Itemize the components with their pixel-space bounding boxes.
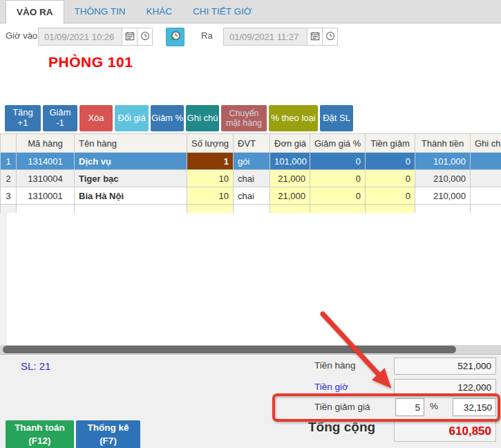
- checkin-datetime-input[interactable]: [38, 28, 122, 46]
- cell-discount-amount[interactable]: 0: [366, 170, 415, 187]
- row-number: 1: [1, 153, 17, 170]
- grid-header-row: Mã hàng Tên hàng Số lượng ĐVT Đơn giá Gi…: [1, 134, 501, 153]
- checkin-checkout-row: Giờ vào Ra: [0, 26, 501, 47]
- statistics-button-label: Thống kê: [88, 422, 129, 433]
- col-ten-hang[interactable]: Tên hàng: [75, 134, 187, 153]
- percent-by-type-button[interactable]: % theo loại: [269, 105, 318, 131]
- cell-discount-amount[interactable]: 0: [366, 153, 415, 170]
- table-row[interactable]: 3 1310001 Bia Hà Nội 10 chai 21,000 0 0 …: [1, 187, 501, 205]
- checkin-datetime-group: [38, 28, 153, 46]
- cell-name[interactable]: Tiger bạc: [75, 170, 187, 187]
- cell-unit[interactable]: chai: [234, 170, 270, 187]
- tab-khac[interactable]: KHÁC: [136, 0, 183, 23]
- cell-unit[interactable]: chai: [234, 187, 270, 205]
- cell-note[interactable]: [471, 153, 501, 170]
- col-so-luong[interactable]: Số lượng: [187, 134, 234, 153]
- cell-total[interactable]: 101,000: [415, 153, 471, 170]
- clock-icon: [325, 31, 335, 43]
- grand-total-value: 610,850: [394, 420, 496, 442]
- cell-total[interactable]: 210,000: [415, 187, 471, 205]
- col-don-gia[interactable]: Đơn giá: [270, 134, 310, 153]
- table-row-empty: [1, 205, 501, 214]
- cell-discount-pct[interactable]: 0: [310, 153, 366, 170]
- increase-qty-button[interactable]: Tăng +1: [5, 105, 41, 131]
- decrease-qty-button[interactable]: Giảm -1: [43, 105, 77, 131]
- goods-amount-label: Tiền hàng: [314, 360, 356, 371]
- time-amount-link[interactable]: Tiền giờ: [314, 382, 348, 392]
- pos-window: VÀO RA THÔNG TIN KHÁC CHI TIẾT GIỜ Giờ v…: [0, 0, 501, 448]
- cell-note[interactable]: [471, 187, 501, 205]
- set-time-now-button[interactable]: [166, 28, 185, 46]
- transfer-item-button[interactable]: Chuyển mặt hàng: [221, 105, 267, 131]
- cell-code[interactable]: 1310004: [17, 170, 75, 187]
- discount-label: Tiền giảm giá: [314, 402, 370, 412]
- tab-chi-tiet-gio[interactable]: CHI TIẾT GIỜ: [182, 0, 262, 23]
- set-quantity-button[interactable]: Đặt SL: [320, 105, 353, 131]
- cell-qty[interactable]: 1: [187, 153, 234, 170]
- tab-bar: VÀO RA THÔNG TIN KHÁC CHI TIẾT GIỜ: [0, 0, 501, 24]
- pay-button-label: Thanh toán: [15, 422, 65, 433]
- col-ghi-chu[interactable]: Ghi chú: [471, 134, 501, 153]
- summary-panel: SL: 21 Tiền hàng 521,000 Tiền giờ 122,00…: [0, 354, 501, 448]
- row-number: 3: [1, 187, 17, 205]
- cell-price[interactable]: 21,000: [270, 170, 310, 187]
- cell-price[interactable]: 101,000: [270, 153, 310, 170]
- room-title: PHÒNG 101: [48, 54, 133, 71]
- cell-code[interactable]: 1314001: [17, 153, 75, 170]
- statistics-button-key: (F7): [100, 436, 117, 446]
- cell-note[interactable]: [471, 170, 501, 187]
- cell-qty[interactable]: 10: [187, 170, 234, 187]
- col-giam-gia-pct[interactable]: Giảm giá %: [310, 134, 366, 153]
- percent-sign: %: [430, 401, 438, 411]
- horizontal-scrollbar[interactable]: [0, 345, 501, 354]
- statistics-button[interactable]: Thống kê (F7): [76, 420, 140, 448]
- clock-with-arrow-icon: [169, 30, 181, 44]
- calendar-icon: [125, 31, 135, 43]
- checkin-label: Giờ vào: [6, 30, 37, 41]
- cell-name[interactable]: Bia Hà Nội: [75, 187, 187, 205]
- pay-button-key: (F12): [28, 436, 50, 446]
- tab-thong-tin[interactable]: THÔNG TIN: [64, 0, 136, 23]
- col-dvt[interactable]: ĐVT: [234, 134, 270, 153]
- cell-qty[interactable]: 10: [187, 187, 234, 205]
- checkout-time-button[interactable]: [323, 28, 338, 46]
- clock-icon: [140, 31, 150, 43]
- delete-button[interactable]: Xóa: [79, 105, 113, 131]
- discount-percent-button[interactable]: Giảm %: [151, 105, 184, 131]
- grid-left-gutter: [0, 213, 6, 345]
- col-thanh-tien[interactable]: Thành tiền: [415, 134, 471, 153]
- cell-discount-amount[interactable]: 0: [366, 187, 415, 205]
- time-amount-value: 122,000: [394, 379, 496, 396]
- cell-total[interactable]: 210,000: [415, 170, 471, 187]
- total-quantity-label: SL: 21: [21, 360, 50, 372]
- cell-unit[interactable]: gói: [234, 153, 270, 170]
- col-rownum: [1, 134, 17, 153]
- note-button[interactable]: Ghi chú: [186, 105, 219, 131]
- cell-name[interactable]: Dịch vụ: [75, 153, 187, 170]
- cell-discount-pct[interactable]: 0: [310, 187, 366, 205]
- checkin-time-button[interactable]: [138, 28, 153, 46]
- checkout-datetime-input[interactable]: [223, 28, 308, 46]
- checkout-label: Ra: [201, 30, 213, 41]
- change-price-button[interactable]: Đổi giá: [115, 105, 149, 131]
- table-row[interactable]: 2 1310004 Tiger bạc 10 chai 21,000 0 0 2…: [1, 170, 501, 187]
- cell-price[interactable]: 21,000: [270, 187, 310, 205]
- grid-toolbar: Tăng +1 Giảm -1 Xóa Đổi giá Giảm % Ghi c…: [5, 105, 353, 131]
- cell-code[interactable]: 1310001: [17, 187, 75, 205]
- items-grid: Mã hàng Tên hàng Số lượng ĐVT Đơn giá Gi…: [0, 133, 501, 213]
- scrollbar-thumb[interactable]: [3, 346, 456, 353]
- col-tien-giam[interactable]: Tiền giảm: [366, 134, 415, 153]
- discount-amount-input[interactable]: [453, 398, 496, 416]
- checkout-datetime-group: [223, 28, 338, 46]
- discount-percent-input[interactable]: [395, 398, 424, 416]
- table-row-selected[interactable]: 1 1314001 Dịch vụ 1 gói 101,000 0 0 101,…: [1, 153, 501, 170]
- checkout-calendar-button[interactable]: [308, 28, 323, 46]
- col-ma-hang[interactable]: Mã hàng: [17, 134, 75, 153]
- tab-vao-ra[interactable]: VÀO RA: [6, 0, 64, 24]
- pay-button[interactable]: Thanh toán (F12): [6, 420, 74, 448]
- goods-amount-value: 521,000: [394, 357, 496, 375]
- checkin-calendar-button[interactable]: [122, 28, 138, 46]
- cell-discount-pct[interactable]: 0: [310, 170, 366, 187]
- grand-total-label: Tổng cộng: [308, 420, 375, 435]
- row-number: 2: [1, 170, 17, 187]
